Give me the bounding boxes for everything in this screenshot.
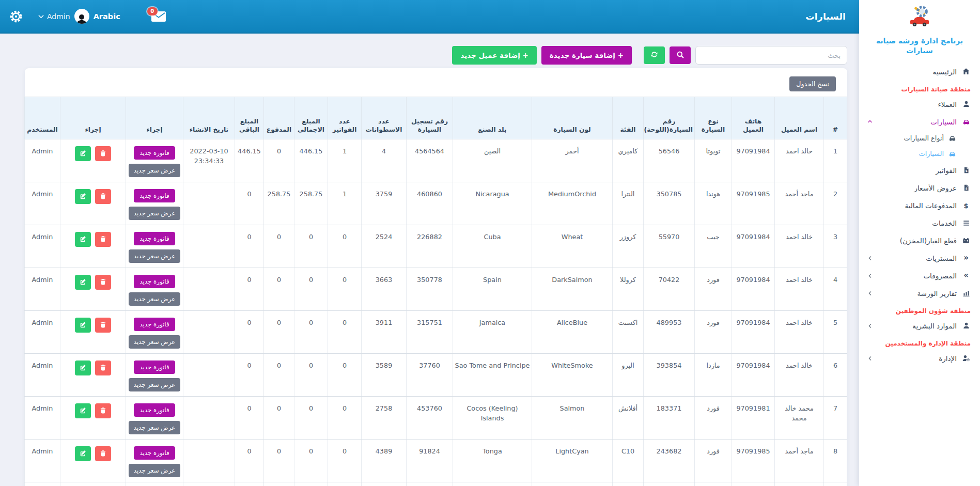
trash-icon	[100, 236, 106, 244]
new-quote-button[interactable]: عرض سعر جديد	[129, 378, 180, 391]
cell-cylinders: 2524	[362, 225, 407, 268]
cell-user: Admin	[25, 311, 60, 354]
cell-num: 9	[824, 482, 847, 486]
edit-button[interactable]	[75, 403, 91, 418]
cell-car-type: فورد	[695, 311, 732, 354]
delete-button[interactable]	[95, 275, 111, 290]
delete-button[interactable]	[95, 189, 111, 204]
sidebar-item[interactable]: الإدارة	[866, 350, 971, 367]
car-icon	[948, 150, 956, 158]
edit-button[interactable]	[75, 146, 91, 161]
cell-invoices-count: 0	[328, 311, 362, 354]
cell-actions-icons	[60, 225, 126, 268]
table-row: 1خالد احمد97091984تويوتا56546كاميريأحمرا…	[25, 139, 847, 182]
new-invoice-button[interactable]: فاتورة جديد	[134, 318, 175, 331]
add-car-button[interactable]: + إضافة سيارة جديدة	[541, 46, 632, 65]
sidebar-item[interactable]: »المصروفات	[866, 267, 971, 285]
edit-button[interactable]	[75, 275, 91, 290]
new-invoice-button[interactable]: فاتورة جديد	[134, 189, 175, 202]
new-invoice-button[interactable]: فاتورة جديد	[134, 403, 175, 417]
settings-gear-icon[interactable]	[9, 10, 23, 23]
sidebar-item[interactable]: الرئيسية	[866, 63, 971, 81]
edit-button[interactable]	[75, 318, 91, 333]
sidebar-item[interactable]: $الفواتير	[866, 162, 971, 179]
sidebar-item-label: المشتريات	[926, 254, 957, 262]
new-invoice-button[interactable]: فاتورة جديد	[134, 146, 175, 160]
trash-icon	[100, 150, 106, 158]
mail-icon[interactable]: 0	[151, 11, 166, 22]
refresh-button[interactable]	[644, 46, 665, 64]
table-row: 5خالد احمد97091984فورد489953اكسنتAliceBl…	[25, 311, 847, 354]
delete-button[interactable]	[95, 318, 111, 333]
sidebar-item[interactable]: تقارير الورشة	[866, 285, 971, 302]
cell-client-phone: 97091985	[732, 182, 775, 225]
new-quote-button[interactable]: عرض سعر جديد	[129, 164, 180, 177]
cell-created-at	[183, 182, 235, 225]
column-header: تاريخ الانشاء	[183, 97, 235, 139]
language-switcher[interactable]: Arabic	[94, 12, 120, 21]
edit-button[interactable]	[75, 232, 91, 247]
cell-remaining: 0	[235, 440, 264, 482]
cell-plate-number: 393854	[644, 354, 695, 397]
admin-dropdown[interactable]: Admin	[38, 12, 70, 21]
cell-car-type: تويوتا	[695, 139, 732, 182]
cell-actions-icons	[60, 182, 126, 225]
search-icon	[676, 51, 685, 60]
sidebar-item[interactable]: السيارات	[866, 113, 971, 131]
edit-button[interactable]	[75, 360, 91, 375]
new-quote-button[interactable]: عرض سعر جديد	[129, 249, 180, 263]
sidebar-item[interactable]: الموارد البشرية	[866, 317, 971, 335]
cell-actions-buttons: فاتورة جديدعرض سعر جديد	[126, 268, 183, 311]
sidebar-item[interactable]: «المشتريات	[866, 249, 971, 267]
sidebar: برنامج ادارة ورشة صيانة سيارات الرئيسيةم…	[859, 0, 980, 486]
new-quote-button[interactable]: عرض سعر جديد	[129, 335, 180, 349]
column-header: رقم تسجيل السيارة	[407, 97, 453, 139]
cell-total-amount: 0	[294, 354, 328, 397]
new-invoice-button[interactable]: فاتورة جديد	[134, 446, 175, 460]
cell-car-type: هوندا	[695, 482, 732, 486]
cell-country: Spain	[453, 268, 532, 311]
table-row: 6خالد احمد97091984مازدا393854اليروWhiteS…	[25, 354, 847, 397]
chevron-left-icon	[866, 255, 874, 261]
new-quote-button[interactable]: عرض سعر جديد	[129, 207, 180, 220]
copy-table-button[interactable]: نسخ الجدول	[789, 76, 836, 91]
sidebar-item[interactable]: $عروض الأسعار	[866, 179, 971, 197]
edit-button[interactable]	[75, 446, 91, 461]
sidebar-item[interactable]: العملاء	[866, 96, 971, 113]
cell-remaining: 0	[235, 225, 264, 268]
sidebar-item[interactable]: الخدمات	[866, 214, 971, 232]
edit-button[interactable]	[75, 189, 91, 204]
delete-button[interactable]	[95, 360, 111, 375]
edit-icon	[80, 193, 86, 201]
new-quote-button[interactable]: عرض سعر جديد	[129, 421, 180, 434]
sidebar-menu: الرئيسيةمنطقة صيانة السياراتالعملاءالسيا…	[859, 61, 980, 367]
trash-icon	[100, 321, 106, 330]
cell-plate-number: 183371	[644, 397, 695, 440]
sidebar-item[interactable]: قطع الغيار(المخزن)	[866, 232, 971, 249]
new-quote-button[interactable]: عرض سعر جديد	[129, 292, 180, 306]
delete-button[interactable]	[95, 446, 111, 461]
sidebar-item[interactable]: أنواع السيارات	[866, 131, 971, 146]
new-invoice-button[interactable]: فاتورة جديد	[134, 360, 175, 374]
cell-car-color: AliceBlue	[532, 311, 613, 354]
search-input[interactable]	[695, 46, 847, 65]
delete-button[interactable]	[95, 146, 111, 161]
delete-button[interactable]	[95, 232, 111, 247]
dollar-icon: $	[961, 201, 971, 210]
new-invoice-button[interactable]: فاتورة جديد	[134, 275, 175, 288]
cars-table: #اسم العميلهاتف العميلنوع السيارةرقم الس…	[24, 97, 847, 486]
trash-icon	[100, 278, 106, 287]
new-invoice-button[interactable]: فاتورة جديد	[134, 232, 175, 245]
sidebar-item[interactable]: السيارات	[866, 146, 971, 162]
new-quote-button[interactable]: عرض سعر جديد	[129, 464, 180, 477]
trash-icon	[100, 450, 106, 458]
add-client-button[interactable]: + إضافة عميل جديد	[452, 46, 536, 65]
cell-plate-number: 70422	[644, 268, 695, 311]
cell-actions-icons	[60, 354, 126, 397]
search-button[interactable]	[670, 46, 691, 64]
chevron-left-icon	[866, 323, 874, 329]
sidebar-item[interactable]: $المدفوعات المالية	[866, 197, 971, 214]
trash-icon	[100, 193, 106, 201]
avatar[interactable]	[74, 9, 89, 24]
delete-button[interactable]	[95, 403, 111, 418]
